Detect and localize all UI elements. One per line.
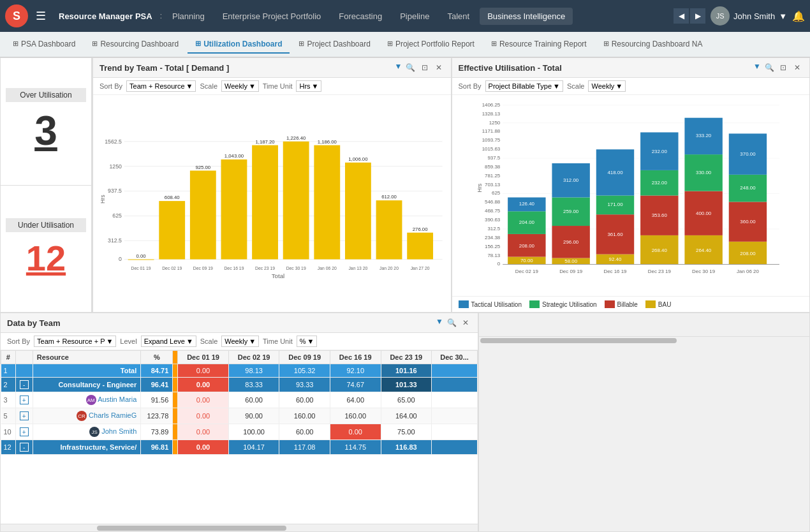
- tab-resourcing-dashboard-na[interactable]: ⊞ Resourcing Dashboard NA: [596, 36, 711, 54]
- eff-scale-select[interactable]: Weekly ▼: [588, 80, 626, 92]
- scale-select[interactable]: Weekly ▼: [221, 80, 259, 92]
- tab-resourcing-dashboard[interactable]: ⊞ Resourcing Dashboard: [84, 36, 186, 54]
- user-dropdown-icon: ▼: [779, 11, 787, 21]
- collapse-button[interactable]: -: [20, 380, 29, 389]
- horizontal-scrollbar[interactable]: [1, 524, 478, 531]
- resource-table: # Resource % Dec 01 19 Dec 02 19 Dec 09 …: [1, 350, 478, 455]
- svg-text:Dec 30 19: Dec 30 19: [692, 269, 716, 274]
- tab-project-portfolio-report[interactable]: ⊞ Project Portfolio Report: [379, 36, 482, 54]
- tab-utilization-dashboard[interactable]: ⊞ Utilization Dashboard: [188, 36, 290, 54]
- val-dec01: 0.00: [178, 392, 229, 408]
- bottom-right-area: [478, 313, 810, 532]
- col-expand: [15, 351, 33, 364]
- nav-item-planning[interactable]: Planning: [165, 8, 212, 25]
- svg-text:1093.75: 1093.75: [482, 137, 500, 143]
- expand-button[interactable]: +: [20, 411, 29, 420]
- eff-search-icon[interactable]: 🔍: [763, 62, 775, 73]
- nav-item-forecasting[interactable]: Forecasting: [331, 8, 390, 25]
- tab-psa-dashboard[interactable]: ⊞ PSA Dashboard: [5, 36, 83, 54]
- sort-by-select[interactable]: Team + Resource ▼: [126, 80, 196, 92]
- legend-tactical: Tactical Utilisation: [459, 300, 522, 308]
- nav-item-talent[interactable]: Talent: [439, 8, 477, 25]
- bottom-scrollbar[interactable]: [479, 336, 809, 344]
- svg-text:Jan 06 20: Jan 06 20: [318, 266, 337, 270]
- resource-cell: Infrastructure, Service/: [33, 440, 141, 455]
- filter-icon[interactable]: ▼: [395, 62, 402, 73]
- table-time-unit-select[interactable]: % ▼: [297, 336, 318, 347]
- svg-text:625: 625: [112, 212, 122, 219]
- svg-text:1,006.00: 1,006.00: [348, 156, 368, 162]
- expand-button[interactable]: +: [20, 395, 29, 404]
- hamburger-menu[interactable]: ☰: [31, 6, 51, 26]
- nav-item-bi[interactable]: Business Intelligence: [480, 8, 573, 25]
- val-dec23: 116.83: [381, 440, 432, 455]
- effective-chart-icons: ▼ 🔍 ⊡ ✕: [753, 62, 803, 73]
- svg-text:390.63: 390.63: [485, 217, 501, 223]
- tab-project-dashboard[interactable]: ⊞ Project Dashboard: [291, 36, 378, 54]
- tab-rdna-icon: ⊞: [603, 40, 609, 48]
- avatar: JS: [711, 6, 730, 26]
- tab-resourcing-icon: ⊞: [92, 40, 98, 48]
- table-close-icon[interactable]: ✕: [460, 317, 471, 329]
- util-panel: Over Utilisation 3 Under Utilisation 12: [0, 57, 92, 313]
- time-unit-select[interactable]: Hrs ▼: [296, 80, 321, 92]
- resource-name[interactable]: John Smith: [101, 427, 136, 435]
- val-dec30: [432, 424, 478, 440]
- svg-text:546.88: 546.88: [485, 199, 501, 205]
- eff-sort-by-label: Sort By: [459, 82, 482, 90]
- svg-text:Hrs: Hrs: [99, 195, 106, 203]
- svg-text:58.00: 58.00: [564, 258, 577, 264]
- row-num: 1: [1, 364, 16, 378]
- collapse-button[interactable]: -: [20, 443, 29, 452]
- notification-bell-icon[interactable]: 🔔: [792, 10, 805, 22]
- val-dec09: 60.00: [279, 424, 330, 440]
- table-filter-icon[interactable]: ▼: [436, 317, 443, 329]
- expand-button[interactable]: +: [20, 427, 29, 436]
- val-dec09: 117.08: [279, 440, 330, 455]
- table-scale-select[interactable]: Weekly ▼: [221, 336, 259, 347]
- over-util-value: 3: [34, 107, 57, 154]
- eff-filter-icon[interactable]: ▼: [753, 62, 761, 73]
- search-icon[interactable]: 🔍: [405, 62, 416, 73]
- separator-cell: [173, 440, 178, 455]
- under-util-label: Under Utilisation: [6, 218, 86, 232]
- nav-user[interactable]: JS John Smith ▼: [711, 6, 787, 26]
- svg-text:781.25: 781.25: [485, 173, 501, 179]
- eff-expand-icon[interactable]: ⊡: [777, 62, 789, 73]
- close-icon[interactable]: ✕: [433, 62, 445, 73]
- legend-bau-color: [645, 300, 656, 308]
- table-sort-select[interactable]: Team + Resource + P ▼: [34, 336, 116, 347]
- over-util-box: Over Utilisation 3: [0, 57, 92, 186]
- svg-text:361.60: 361.60: [607, 232, 623, 237]
- svg-text:92.40: 92.40: [608, 256, 621, 262]
- resource-name[interactable]: Austin Maria: [98, 395, 136, 403]
- svg-text:625: 625: [492, 191, 501, 196]
- resource-name[interactable]: Charls RamieG: [89, 411, 136, 419]
- trend-chart-panel: Trend by Team - Total [ Demand ] ▼ 🔍 ⊡ ✕…: [92, 57, 452, 313]
- val-dec30: [432, 408, 478, 424]
- tab-rtr-icon: ⊞: [491, 40, 497, 48]
- table-level-select[interactable]: Expand Leve ▼: [141, 336, 196, 347]
- svg-text:370.00: 370.00: [740, 151, 756, 157]
- svg-text:70.00: 70.00: [520, 258, 533, 263]
- eff-sort-by-select[interactable]: Project Billable Type ▼: [485, 80, 563, 92]
- data-table-header: Data by Team ▼ 🔍 ✕: [1, 313, 478, 333]
- svg-text:276.00: 276.00: [413, 226, 428, 232]
- nav-forward-button[interactable]: ▶: [690, 8, 705, 24]
- col-num: #: [1, 351, 16, 364]
- trend-chart-body: 1562.5 1250 937.5 625 312.5 0 Hrs: [93, 95, 451, 312]
- svg-text:Dec 09 19: Dec 09 19: [193, 266, 213, 270]
- legend-billable-label: Billable: [617, 301, 638, 308]
- nav-item-pipeline[interactable]: Pipeline: [392, 8, 437, 25]
- bottom-scroll-thumb[interactable]: [480, 338, 677, 343]
- resource-cell: Total: [33, 364, 141, 378]
- trend-chart-header: Trend by Team - Total [ Demand ] ▼ 🔍 ⊡ ✕: [93, 58, 451, 78]
- eff-close-icon[interactable]: ✕: [792, 62, 803, 73]
- nav-item-epp[interactable]: Enterprise Project Portfolio: [215, 8, 329, 25]
- tab-resource-training-report[interactable]: ⊞ Resource Training Report: [483, 36, 594, 54]
- table-search-icon[interactable]: 🔍: [446, 317, 457, 329]
- nav-back-button[interactable]: ◀: [674, 8, 689, 24]
- val-dec30: [432, 392, 478, 408]
- expand-icon[interactable]: ⊡: [419, 62, 431, 73]
- scroll-thumb[interactable]: [97, 526, 287, 531]
